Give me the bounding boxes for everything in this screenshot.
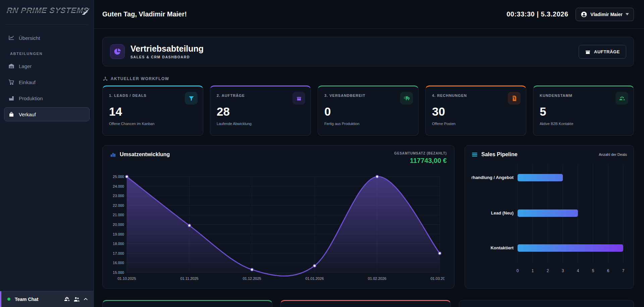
warehouse-icon bbox=[8, 63, 14, 69]
bottom-card-1 bbox=[102, 300, 272, 307]
chevron-up-icon[interactable] bbox=[83, 297, 88, 302]
sidebar-item-label: Produktion bbox=[19, 96, 43, 101]
stat-value: 5 bbox=[540, 105, 627, 118]
pipeline-panel: Sales Pipeline Anzahl der Deals 01234567… bbox=[465, 145, 634, 289]
auftraege-button-label: AUFTRÄGE bbox=[594, 49, 620, 54]
bar-category-label: Verhandlung / Angebot bbox=[472, 175, 514, 180]
users-icon bbox=[615, 92, 628, 105]
x-tick-label: 2 bbox=[547, 268, 549, 273]
clock-display: 00:33:30 | 5.3.2026 bbox=[506, 10, 568, 18]
package-icon bbox=[585, 49, 591, 55]
main-area: Guten Tag, Vladimir Maier! 00:33:30 | 5.… bbox=[94, 0, 644, 307]
y-tick-label: 20.000 bbox=[113, 223, 124, 227]
stat-subtitle: Fertig aus Produktion bbox=[324, 122, 412, 126]
bottom-cards-row bbox=[102, 300, 634, 307]
department-header-card: Vertriebsabteilung SALES & CRM DASHBOARD… bbox=[102, 37, 634, 66]
stat-subtitle: Laufende Abwicklung bbox=[217, 122, 304, 126]
workflow-section-label: AKTUELLER WORKFLOW bbox=[103, 76, 634, 81]
cart-icon bbox=[8, 79, 14, 85]
bar-category-label: Lead (Neu) bbox=[491, 210, 514, 216]
x-tick-label: 1 bbox=[532, 268, 534, 273]
user-menu-button[interactable]: Vladimir Maier bbox=[576, 8, 634, 21]
stat-title: 1. LEADS / DEALS bbox=[109, 92, 166, 98]
x-tick-label: 6 bbox=[607, 268, 609, 273]
stat-subtitle: Aktive B2B Kontakte bbox=[540, 122, 627, 126]
stat-card-leads: 1. LEADS / DEALS 14 Offene Chancen im Ka… bbox=[102, 85, 203, 136]
x-tick-label: 01.12.2025 bbox=[243, 277, 261, 281]
bars-icon bbox=[472, 151, 478, 158]
bottom-card-2 bbox=[280, 300, 450, 307]
pie-chart-icon bbox=[110, 44, 125, 59]
greeting-text: Guten Tag, Vladimir Maier! bbox=[102, 10, 187, 18]
team-chat-bar[interactable]: Team Chat bbox=[0, 291, 94, 307]
app-logo-text: RN PRIME SYSTEMS bbox=[6, 6, 90, 15]
sidebar-nav: Übersicht ABTEILUNGEN Lager Einkauf Prod… bbox=[0, 28, 94, 126]
stat-title: KUNDENSTAMM bbox=[540, 92, 597, 98]
x-tick-label: 01.01.2026 bbox=[305, 277, 324, 281]
sitemap-icon bbox=[103, 76, 108, 81]
sidebar-item-verkauf[interactable]: Verkauf bbox=[4, 107, 90, 121]
auftraege-button[interactable]: AUFTRÄGE bbox=[579, 45, 626, 59]
x-tick-label: 5 bbox=[592, 268, 594, 273]
department-title: Vertriebsabteilung bbox=[130, 44, 204, 54]
x-tick-label: 7 bbox=[622, 268, 625, 273]
data-point bbox=[438, 252, 441, 255]
x-tick-label: 4 bbox=[577, 268, 579, 273]
sidebar-item-einkauf[interactable]: Einkauf bbox=[4, 75, 90, 89]
sidebar-item-label: Lager bbox=[19, 63, 32, 69]
stat-card-rechnungen: 4. RECHNUNGEN $ 30 Offene Posten bbox=[425, 85, 526, 136]
stat-value: 30 bbox=[432, 105, 520, 118]
team-chat-label: Team Chat bbox=[15, 297, 39, 302]
package-icon bbox=[292, 92, 305, 105]
bar bbox=[518, 174, 563, 181]
online-status-dot bbox=[7, 298, 10, 301]
stat-title: 3. VERSANDBEREIT bbox=[324, 92, 381, 98]
users-icon[interactable] bbox=[73, 296, 80, 302]
y-tick-label: 24.000 bbox=[113, 184, 124, 188]
data-point bbox=[188, 224, 191, 227]
bar bbox=[518, 209, 578, 217]
app-logo: RN PRIME SYSTEMS bbox=[0, 0, 94, 20]
stat-title: 2. AUFTRÄGE bbox=[217, 92, 274, 98]
revenue-total-value: 117743,00 € bbox=[394, 157, 447, 165]
x-tick-label: 01.02.2026 bbox=[368, 277, 386, 281]
caret-down-icon bbox=[626, 13, 629, 15]
stat-card-kundenstamm: KUNDENSTAMM 5 Aktive B2B Kontakte bbox=[533, 85, 634, 136]
y-tick-label: 15.000 bbox=[113, 270, 124, 274]
area-fill bbox=[127, 177, 440, 276]
pipeline-unit-label: Anzahl der Deals bbox=[599, 151, 627, 157]
factory-icon bbox=[8, 95, 14, 101]
y-tick-label: 22.000 bbox=[113, 203, 124, 207]
user-group-icon[interactable] bbox=[64, 296, 70, 302]
revenue-total-label: GESAMTUMSATZ (BEZAHLT) bbox=[394, 151, 447, 155]
sidebar-item-lager[interactable]: Lager bbox=[4, 59, 90, 73]
data-point bbox=[251, 268, 253, 271]
chart-column-icon bbox=[110, 151, 116, 158]
chart-line-icon bbox=[8, 35, 14, 41]
pipeline-bar-chart: 01234567Verhandlung / AngebotLead (Neu)K… bbox=[472, 160, 627, 278]
sidebar-item-label: Übersicht bbox=[19, 35, 40, 41]
sidebar-section-label: ABTEILUNGEN bbox=[10, 52, 90, 56]
logo-swoosh-icon bbox=[81, 7, 91, 16]
workflow-card-grid: 1. LEADS / DEALS 14 Offene Chancen im Ka… bbox=[102, 85, 634, 136]
filter-icon bbox=[185, 92, 198, 105]
y-tick-label: 17.000 bbox=[113, 251, 124, 255]
y-tick-label: 16.000 bbox=[113, 261, 124, 265]
truck-icon bbox=[400, 92, 413, 105]
y-tick-label: 21.000 bbox=[113, 213, 124, 217]
sidebar-item-label: Verkauf bbox=[19, 112, 36, 117]
y-tick-label: 25.000 bbox=[113, 175, 124, 179]
x-tick-label: 3 bbox=[562, 268, 564, 273]
sidebar-item-uebersicht[interactable]: Übersicht bbox=[4, 31, 90, 45]
x-tick-label: 01.03.2026 bbox=[430, 277, 444, 281]
content: Vertriebsabteilung SALES & CRM DASHBOARD… bbox=[94, 29, 644, 307]
stat-subtitle: Offene Chancen im Kanban bbox=[109, 122, 197, 126]
data-point bbox=[313, 264, 316, 267]
bar-category-label: Kontaktiert bbox=[490, 245, 514, 250]
user-name: Vladimir Maier bbox=[590, 12, 623, 17]
y-tick-label: 19.000 bbox=[113, 232, 124, 236]
pipeline-panel-title: Sales Pipeline bbox=[481, 151, 518, 158]
data-point bbox=[376, 175, 378, 178]
y-tick-label: 23.000 bbox=[113, 194, 124, 198]
sidebar-item-produktion[interactable]: Produktion bbox=[4, 91, 90, 105]
